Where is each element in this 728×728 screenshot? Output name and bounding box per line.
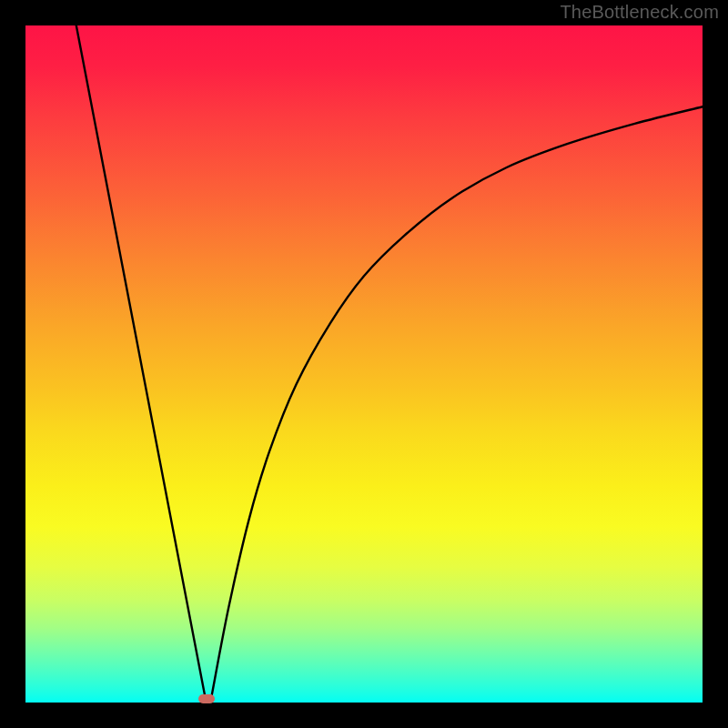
curve-right-branch xyxy=(212,106,703,695)
chart-frame: TheBottleneck.com xyxy=(0,0,728,728)
attribution-text: TheBottleneck.com xyxy=(560,2,719,23)
curve-left-branch xyxy=(76,25,205,696)
minimum-marker xyxy=(198,694,215,703)
plot-area xyxy=(25,25,703,703)
curve-layer xyxy=(25,25,703,703)
